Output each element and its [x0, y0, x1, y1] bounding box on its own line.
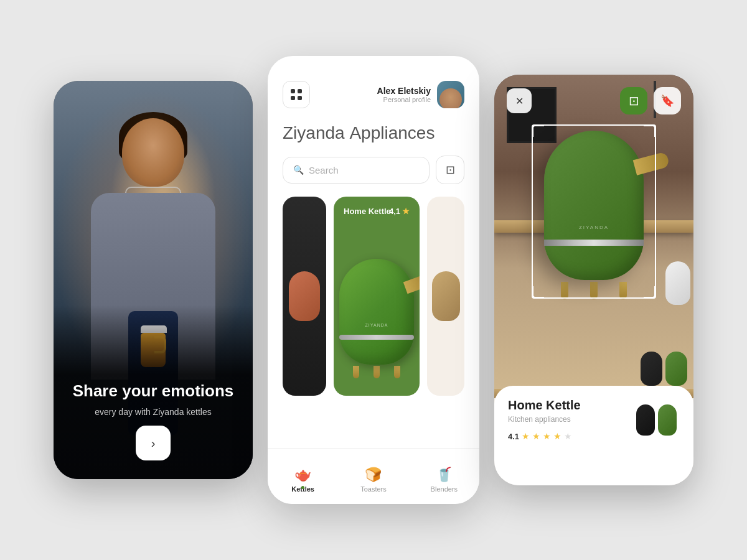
phone2-header: Alex Eletskiy Personal profile [268, 56, 479, 118]
products-row: Home Kettle 4,1 ★ ZIYANDA [268, 197, 479, 396]
arrow-icon: › [151, 436, 156, 450]
white-kettle-bg [665, 261, 690, 305]
corner-tl [532, 124, 544, 137]
star-icon: ★ [402, 207, 410, 216]
kettle-legs [336, 366, 417, 378]
close-button[interactable]: ✕ [507, 88, 532, 113]
phone1-text-block: Share your emotions every day with Ziyan… [54, 381, 253, 417]
app-title-area: Ziyanda Appliances [268, 118, 479, 156]
profile-subtitle: Personal profile [377, 96, 431, 103]
top-controls: ✕ ⊡ 🔖 [507, 87, 681, 114]
phone-2: Alex Eletskiy Personal profile Ziyanda A… [268, 56, 479, 504]
avatar[interactable] [437, 81, 464, 108]
close-icon: ✕ [515, 95, 524, 107]
product-label: Home Kettle [344, 207, 391, 216]
active-dot [301, 486, 304, 489]
toasters-label: Toasters [360, 485, 387, 493]
corner-br [644, 286, 656, 299]
blenders-label: Blenders [431, 485, 458, 493]
grid-icon [291, 89, 302, 100]
bookmark-icon: 🔖 [660, 94, 674, 108]
search-box[interactable]: 🔍 Search [283, 157, 430, 184]
prev-card-inner [283, 197, 326, 396]
next-kettle-image [432, 271, 460, 321]
product-card-next[interactable] [427, 197, 464, 396]
scan-button[interactable]: ⊡ [436, 156, 464, 184]
person-head [122, 118, 184, 187]
toasters-icon: 🍞 [365, 467, 382, 483]
scan-ar-icon: ⊡ [629, 93, 639, 108]
profile-section[interactable]: Alex Eletskiy Personal profile [377, 81, 464, 108]
phone1-background: Share your emotions every day with Ziyan… [54, 81, 253, 479]
profile-info: Alex Eletskiy Personal profile [377, 86, 431, 103]
product-card-main[interactable]: Home Kettle 4,1 ★ ZIYANDA [334, 197, 420, 396]
bottom-nav: 🫖 Kettles 🍞 Toasters 🥤 Blenders [268, 448, 479, 504]
kettle-band [339, 335, 414, 340]
kettle-leg-2 [374, 366, 380, 378]
product-category: Kitchen appliances [508, 415, 581, 424]
nav-kettles[interactable]: 🫖 Kettles [268, 460, 338, 493]
dot4 [298, 96, 302, 100]
nav-blenders[interactable]: 🥤 Blenders [409, 460, 479, 493]
bookmark-button[interactable]: 🔖 [654, 87, 681, 114]
thumb-kettle-dark[interactable] [636, 404, 655, 436]
kettles-icon: 🫖 [294, 467, 311, 483]
star-5-empty: ★ [564, 431, 572, 441]
app-title: Ziyanda Appliances [283, 123, 464, 143]
dot1 [291, 89, 295, 93]
product-rating: 4,1 ★ [389, 207, 410, 216]
kettle-leg-1 [353, 366, 359, 378]
kettle-leg-3 [394, 366, 400, 378]
product-card-prev[interactable] [283, 197, 326, 396]
search-row: 🔍 Search ⊡ [268, 156, 479, 197]
small-kettle-green [665, 352, 687, 386]
product-info-panel: Home Kettle Kitchen appliances 4.1 ★ ★ ★… [494, 386, 693, 485]
ar-scan-frame [532, 124, 656, 299]
star-3: ★ [543, 431, 551, 441]
product-info-left: Home Kettle Kitchen appliances 4.1 ★ ★ ★… [508, 398, 581, 441]
menu-button[interactable] [283, 81, 310, 108]
kettle-spout [403, 274, 420, 294]
profile-name: Alex Eletskiy [377, 86, 431, 96]
product-title: Home Kettle [508, 398, 581, 413]
avatar-face [439, 88, 462, 108]
corner-tr [644, 124, 656, 137]
top-right-buttons: ⊡ 🔖 [620, 87, 681, 114]
rating-row: 4.1 ★ ★ ★ ★ ★ [508, 431, 581, 441]
brand-subtitle: Appliances [349, 123, 435, 142]
phone-1: Share your emotions every day with Ziyan… [54, 81, 253, 479]
ar-view: ZIYANDA ✕ ⊡ [494, 75, 693, 398]
main-kettle-illustration: ZIYANDA [336, 259, 417, 383]
thumb-kettle-green[interactable] [658, 404, 677, 436]
corner-bl [532, 286, 544, 299]
get-started-button[interactable]: › [136, 426, 171, 460]
search-placeholder: Search [309, 165, 339, 175]
kettle-body: ZIYANDA [339, 259, 414, 365]
prev-kettle-image [289, 271, 320, 321]
brand-name: Ziyanda [283, 123, 345, 142]
blenders-icon: 🥤 [436, 467, 453, 483]
nav-toasters[interactable]: 🍞 Toasters [338, 460, 408, 493]
small-kettle-dark [641, 352, 662, 386]
star-1: ★ [522, 431, 530, 441]
dot3 [291, 96, 295, 100]
star-2: ★ [532, 431, 540, 441]
kettle-logo: ZIYANDA [365, 323, 388, 327]
phone1-subtext: every day with Ziyanda kettles [72, 407, 234, 417]
dot2 [298, 89, 302, 93]
small-kettles-row [641, 352, 687, 386]
ar-scan-button[interactable]: ⊡ [620, 87, 647, 114]
search-icon: 🔍 [293, 165, 304, 175]
qr-scan-icon: ⊡ [446, 163, 455, 177]
rating-number: 4.1 [508, 432, 519, 441]
product-thumbnails [636, 398, 680, 448]
phone-3: ZIYANDA ✕ ⊡ [494, 75, 693, 485]
star-4: ★ [553, 431, 561, 441]
rating-value: 4,1 [389, 207, 400, 216]
phone1-headline: Share your emotions [72, 381, 234, 401]
